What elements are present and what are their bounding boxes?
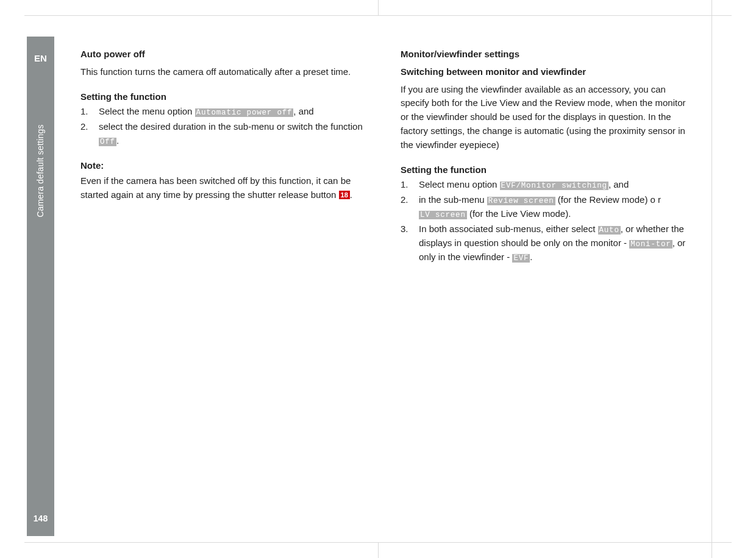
steps-list: Select menu option EVF/Monitor switching… bbox=[401, 178, 690, 264]
list-item: In both associated sub-menus, either sel… bbox=[401, 222, 690, 264]
step-text: , and bbox=[608, 179, 629, 189]
step-text: select the desired duration in the sub-m… bbox=[99, 121, 363, 132]
page-number: 148 bbox=[27, 512, 54, 525]
note-text: Even if the camera has been switched off… bbox=[80, 174, 370, 202]
note-part: . bbox=[350, 189, 352, 200]
right-column: Monitor/viewfinder settings Switching be… bbox=[401, 48, 690, 266]
menu-option: Auto bbox=[598, 226, 621, 235]
menu-option: Review screen bbox=[487, 197, 555, 205]
language-badge: EN bbox=[27, 52, 54, 66]
heading-setting-function: Setting the function bbox=[401, 163, 690, 177]
page-content: Auto power off This function turns the c… bbox=[80, 48, 690, 266]
step-text: (for the Live View mode). bbox=[467, 208, 571, 219]
step-text: In both associated sub-menus, either sel… bbox=[419, 224, 598, 234]
sidebar: EN Camera default settings 148 bbox=[27, 37, 54, 536]
heading-switching: Switching between monitor and viewfinder bbox=[401, 65, 690, 79]
menu-option: EVF/Monitor switching bbox=[500, 182, 608, 190]
reference-badge: 18 bbox=[339, 191, 350, 199]
menu-option: Moni-tor bbox=[629, 240, 672, 249]
step-text: Select the menu option bbox=[99, 106, 195, 116]
list-item: select the desired duration in the sub-m… bbox=[80, 120, 370, 148]
heading-setting-function: Setting the function bbox=[80, 90, 370, 104]
heading-note: Note: bbox=[80, 159, 370, 173]
step-text: in the sub-menu bbox=[419, 194, 487, 205]
step-text: (for the Review mode) o r bbox=[555, 194, 661, 205]
note-part: Even if the camera has been switched off… bbox=[80, 175, 351, 200]
menu-option: Off bbox=[99, 138, 116, 146]
list-item: in the sub-menu Review screen (for the R… bbox=[401, 193, 690, 221]
crop-mark-right bbox=[711, 0, 712, 558]
intro-text: This function turns the camera off autom… bbox=[80, 65, 370, 79]
menu-option: EVF bbox=[512, 254, 530, 263]
crop-mark-top bbox=[24, 15, 732, 16]
crop-tick-bottom bbox=[378, 543, 379, 558]
menu-option: Automatic power off bbox=[195, 108, 294, 117]
steps-list: Select the menu option Automatic power o… bbox=[80, 105, 370, 148]
intro-text: If you are using the viewfinder availabl… bbox=[401, 83, 690, 152]
left-column: Auto power off This function turns the c… bbox=[80, 48, 370, 266]
heading-monitor-viewfinder: Monitor/viewfinder settings bbox=[401, 48, 690, 62]
step-text: . bbox=[116, 135, 119, 146]
menu-option: LV screen bbox=[419, 211, 467, 219]
section-label: Camera default settings bbox=[34, 124, 47, 217]
heading-auto-power-off: Auto power off bbox=[80, 48, 370, 62]
list-item: Select the menu option Automatic power o… bbox=[80, 105, 370, 119]
crop-tick-top bbox=[378, 0, 379, 15]
step-text: . bbox=[530, 252, 532, 262]
step-text: , and bbox=[293, 106, 313, 116]
step-text: Select menu option bbox=[419, 179, 500, 189]
list-item: Select menu option EVF/Monitor switching… bbox=[401, 178, 690, 192]
